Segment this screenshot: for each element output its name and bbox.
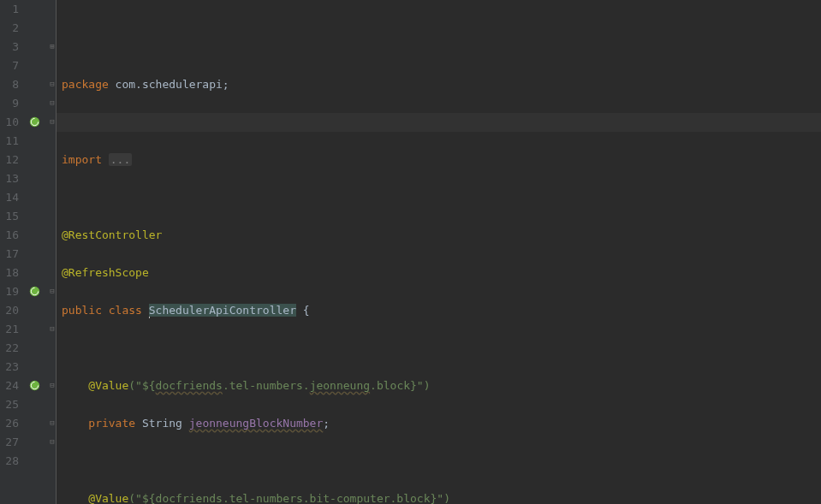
line-number[interactable]: 19 xyxy=(0,282,19,301)
annotation-value: @Value xyxy=(88,379,128,392)
line-number[interactable]: 26 xyxy=(0,414,19,433)
fold-gutter: ⊞ ⊟ ⊟ ⊟ ⊟ ⊟ ⊟ ⊟ ⊟ xyxy=(48,0,57,504)
keyword-public: public xyxy=(62,304,109,317)
fold-collapsed-icon[interactable]: ⊞ xyxy=(49,43,56,50)
gutter-icons xyxy=(24,0,48,504)
annotation-restcontroller: @RestController xyxy=(62,228,162,241)
line-number[interactable]: 21 xyxy=(0,320,19,339)
code-area[interactable]: package com.schedulerapi; import ... @Re… xyxy=(57,0,821,504)
line-number[interactable]: 28 xyxy=(0,452,19,471)
line-number[interactable]: 18 xyxy=(0,264,19,282)
field: jeonneungBlockNumber xyxy=(189,417,324,430)
string: .block}") xyxy=(370,379,430,392)
line-number[interactable]: 23 xyxy=(0,358,19,377)
line-number[interactable]: 3 xyxy=(0,38,19,56)
fold-open-icon[interactable]: ⊟ xyxy=(49,382,56,388)
fold-close-icon[interactable]: ⊟ xyxy=(49,419,56,426)
line-number[interactable]: 13 xyxy=(0,169,19,188)
string: ("${ xyxy=(128,379,155,392)
line-number[interactable]: 20 xyxy=(0,301,19,320)
string-prop: jeonneung xyxy=(310,379,370,392)
annotation-value: @Value xyxy=(88,492,128,504)
keyword-private: private xyxy=(88,417,142,430)
string-prop: docfriends xyxy=(156,379,223,392)
line-number[interactable]: 17 xyxy=(0,245,19,264)
punct: { xyxy=(296,304,310,317)
line-number[interactable]: 25 xyxy=(0,395,19,414)
line-number[interactable]: 15 xyxy=(0,207,19,226)
package-name: com.schedulerapi xyxy=(109,78,223,91)
spring-bean-icon[interactable] xyxy=(29,380,40,391)
fold-open-icon[interactable]: ⊟ xyxy=(49,118,56,125)
keyword-import: import xyxy=(62,153,109,166)
string: .tel-numbers.bit-computer.block}") xyxy=(223,492,450,504)
editor: 1 2 3 7 8 9 10 11 12 13 14 15 16 17 18 1… xyxy=(0,0,821,504)
line-number[interactable]: 1 xyxy=(0,0,19,19)
line-number[interactable]: 14 xyxy=(0,188,19,207)
line-number[interactable]: 11 xyxy=(0,132,19,151)
type: String xyxy=(142,417,189,430)
keyword-package: package xyxy=(62,78,109,91)
line-number[interactable]: 9 xyxy=(0,94,19,113)
keyword-class: class xyxy=(109,304,149,317)
line-number[interactable]: 12 xyxy=(0,151,19,169)
fold-close-icon[interactable]: ⊟ xyxy=(49,325,56,332)
line-number[interactable]: 27 xyxy=(0,433,19,452)
line-number[interactable]: 2 xyxy=(0,19,19,38)
line-number[interactable]: 24 xyxy=(0,377,19,395)
line-number[interactable]: 10 xyxy=(0,113,19,132)
line-number-gutter: 1 2 3 7 8 9 10 11 12 13 14 15 16 17 18 1… xyxy=(0,0,24,504)
fold-open-icon[interactable]: ⊟ xyxy=(49,288,56,294)
string: .tel-numbers. xyxy=(223,379,310,392)
fold-open-icon[interactable]: ⊟ xyxy=(49,80,56,87)
line-number[interactable]: 22 xyxy=(0,339,19,358)
spring-bean-icon[interactable] xyxy=(29,286,40,297)
folded-import-block[interactable]: ... xyxy=(109,153,132,166)
fold-open-icon[interactable]: ⊟ xyxy=(49,99,56,106)
line-number[interactable]: 7 xyxy=(0,56,19,75)
spring-bean-icon[interactable] xyxy=(29,116,40,127)
string: ("${ xyxy=(128,492,155,504)
line-number[interactable]: 8 xyxy=(0,75,19,94)
punct: ; xyxy=(323,417,330,430)
annotation-refreshscope: @RefreshScope xyxy=(62,266,149,279)
punct: ; xyxy=(223,78,229,91)
string-prop: docfriends xyxy=(156,492,223,504)
class-name: SchedulerApiController xyxy=(149,304,296,317)
line-number[interactable]: 16 xyxy=(0,226,19,245)
fold-close-icon[interactable]: ⊟ xyxy=(49,438,56,445)
